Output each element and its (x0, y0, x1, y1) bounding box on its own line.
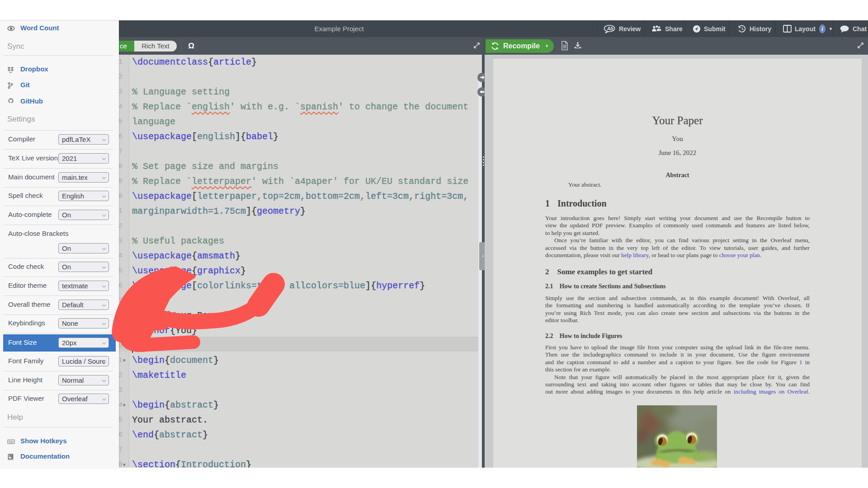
svg-text:Ab: Ab (607, 26, 613, 31)
